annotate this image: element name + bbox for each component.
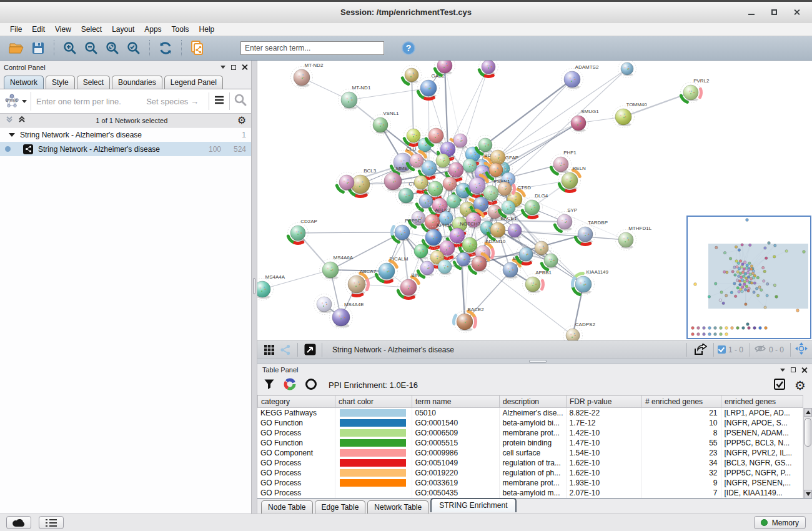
network-node[interactable]: [402, 66, 422, 85]
column-header[interactable]: term name: [412, 395, 500, 408]
table-row[interactable]: GO ProcessGO:0019220regulation of ph...1…: [257, 468, 803, 478]
network-collection-row[interactable]: String Network - Alzheimer's disease 1: [0, 127, 251, 142]
table-row[interactable]: GO FunctionGO:0001540beta-amyloid bi...1…: [257, 418, 803, 428]
network-node[interactable]: [451, 131, 470, 151]
network-node[interactable]: [542, 251, 561, 270]
menu-layout[interactable]: Layout: [107, 24, 139, 35]
network-node-cd2ap[interactable]: CD2AP: [288, 219, 317, 244]
export-network-icon[interactable]: [691, 340, 710, 359]
tab-boundaries[interactable]: Boundaries: [112, 76, 162, 89]
network-row[interactable]: String Network - Alzheimer's disease 100…: [0, 142, 251, 156]
string-query-input[interactable]: [31, 97, 146, 106]
network-node[interactable]: [505, 221, 525, 241]
close-button[interactable]: [792, 7, 801, 16]
tab-select[interactable]: Select: [77, 76, 110, 89]
open-session-button[interactable]: [6, 39, 27, 57]
network-node[interactable]: [435, 257, 455, 277]
network-node-ms4a4a[interactable]: MS4A4A: [257, 274, 285, 300]
refresh-icon[interactable]: [155, 39, 176, 57]
tab-legend-panel[interactable]: Legend Panel: [164, 76, 223, 89]
menu-help[interactable]: Help: [194, 24, 220, 35]
open-in-browser-icon[interactable]: [302, 340, 318, 359]
scroll-down-icon[interactable]: [804, 490, 812, 499]
network-node[interactable]: [435, 61, 455, 76]
select-columns-icon[interactable]: [773, 378, 786, 393]
string-db-caret-icon[interactable]: [22, 100, 27, 103]
network-node-tardbp[interactable]: TARDBP: [575, 220, 608, 245]
table-panel-menu-icon[interactable]: [780, 369, 785, 372]
menu-select[interactable]: Select: [76, 24, 107, 35]
set-species-label[interactable]: Set species →: [146, 97, 205, 106]
tab-network-table[interactable]: Network Table: [367, 500, 428, 514]
help-icon[interactable]: ?: [398, 39, 419, 57]
network-node-picalm[interactable]: PICALM: [376, 256, 408, 282]
birdseye-panel[interactable]: [686, 216, 811, 339]
network-node-tomm40[interactable]: TOMM40: [613, 102, 648, 128]
splitter-handle[interactable]: [253, 278, 255, 294]
tab-style[interactable]: Style: [46, 76, 75, 89]
panel-menu-icon[interactable]: [220, 66, 225, 69]
maximize-button[interactable]: [770, 7, 778, 16]
panel-float-icon[interactable]: [231, 65, 236, 70]
search-input[interactable]: [240, 41, 384, 55]
network-canvas[interactable]: MT-ND2MT-ND1VSNL1GAB2ADAMTS2PVRL2TOMM40S…: [257, 61, 812, 340]
column-header[interactable]: FDR p-value: [567, 395, 642, 408]
network-node[interactable]: [499, 198, 518, 217]
network-node-vsnl1[interactable]: VSNL1: [370, 111, 400, 136]
birdseye-toggle-icon[interactable]: [795, 342, 808, 358]
network-node-apbb1[interactable]: APBB1: [523, 270, 552, 295]
table-row[interactable]: GO ProcessGO:0050435beta-amyloid m...2.0…: [257, 488, 803, 498]
network-node-ms4a4e[interactable]: MS4A4E: [330, 302, 364, 329]
network-node[interactable]: [476, 136, 495, 155]
network-node-pvrl2[interactable]: PVRL2: [681, 78, 710, 103]
tab-node-table[interactable]: Node Table: [261, 500, 313, 514]
filter-icon[interactable]: [264, 379, 275, 392]
column-header[interactable]: category: [258, 395, 335, 408]
horizontal-splitter[interactable]: [257, 358, 812, 364]
network-node-mt-nd2[interactable]: MT-ND2: [291, 62, 324, 89]
zoom-in-icon[interactable]: [59, 39, 81, 57]
scroll-up-icon[interactable]: [804, 408, 812, 417]
minimize-button[interactable]: [747, 7, 756, 16]
network-options-gear-icon[interactable]: ⚙: [237, 116, 246, 126]
donut-chart-icon[interactable]: [284, 378, 296, 393]
network-node-bace2[interactable]: BACE2: [454, 307, 485, 333]
menu-tools[interactable]: Tools: [167, 24, 194, 35]
table-row[interactable]: GO ProcessGO:0033619membrane prot...1.93…: [257, 478, 803, 488]
network-node[interactable]: [337, 172, 357, 193]
zoom-out-icon[interactable]: [81, 39, 102, 57]
menu-apps[interactable]: Apps: [139, 24, 166, 35]
column-header[interactable]: enriched genes: [721, 395, 803, 408]
table-scrollbar[interactable]: [803, 408, 812, 499]
selected-count-checkbox-icon[interactable]: [718, 345, 726, 354]
network-node[interactable]: [469, 254, 490, 274]
hidden-eye-icon[interactable]: [754, 344, 766, 355]
network-node[interactable]: [495, 179, 515, 199]
network-node-gab2[interactable]: GAB2: [418, 73, 445, 99]
network-node-cadps2[interactable]: CADPS2: [563, 322, 596, 340]
network-node[interactable]: [517, 245, 536, 264]
panel-close-icon[interactable]: [242, 64, 247, 70]
network-node[interactable]: [618, 61, 636, 78]
cloud-tasks-button[interactable]: [6, 516, 31, 529]
save-session-button[interactable]: [27, 39, 49, 57]
network-node[interactable]: [412, 242, 431, 261]
network-node-ppp5c[interactable]: PPP5C: [392, 218, 422, 243]
collection-expand-icon[interactable]: [9, 133, 15, 137]
table-row[interactable]: GO ComponentGO:0009986cell surface1.54E-…: [257, 448, 803, 458]
table-row[interactable]: KEGG Pathways05010Alzheimer's dise...8.8…: [257, 408, 803, 418]
network-node-abca7[interactable]: ABCA7: [345, 269, 377, 296]
table-row[interactable]: GO ProcessGO:0006509membrane prot...1.42…: [257, 428, 803, 438]
network-node[interactable]: [314, 294, 335, 315]
enrichment-settings-gear-icon[interactable]: ⚙: [795, 379, 806, 392]
menu-edit[interactable]: Edit: [27, 24, 50, 35]
network-node-mt-nd1[interactable]: MT-ND1: [339, 85, 371, 111]
zoom-selected-icon[interactable]: [123, 39, 144, 57]
tab-network[interactable]: Network: [4, 76, 44, 89]
string-options-icon[interactable]: [213, 94, 225, 108]
network-node-ms4a6a[interactable]: MS4A6A: [320, 255, 354, 281]
splitter-handle[interactable]: [529, 360, 547, 363]
grid-view-icon[interactable]: [261, 340, 277, 359]
table-row[interactable]: GO ProcessGO:0051049regulation of tra...…: [257, 458, 803, 468]
column-header[interactable]: description: [500, 395, 567, 408]
